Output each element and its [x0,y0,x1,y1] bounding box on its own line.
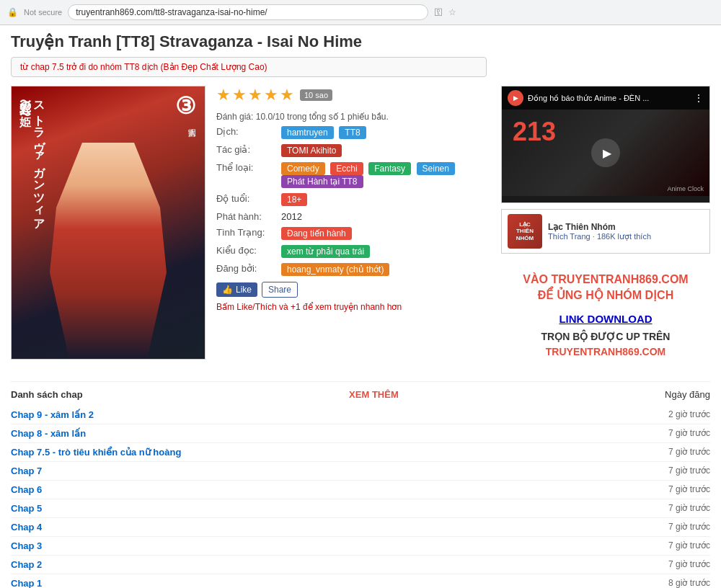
fb-hint: Bấm Like/Thích và +1 để xem truyện nhanh… [216,302,490,312]
kieudoc-label: Kiểu đọc: [216,245,281,256]
lock-icon: 🔒 [7,7,18,17]
dotuoi-row: Độ tuổi: 18+ [216,193,490,206]
promo-line2: TRỌN BỘ ĐƯỢC UP TRÊN TRUYENTRANH869.COM [508,329,703,360]
phathanh-value: 2012 [281,211,302,222]
phathanh-label: Phát hành: [216,211,281,222]
chapter-header: Danh sách chap XEM THÊM Ngày đăng [11,389,710,400]
chapter-date: 7 giờ trước [668,466,710,476]
tinhtrang-row: Tình Trạng: Đang tiến hành [216,227,490,240]
chapter-item: Chap 1 8 giờ trước [11,574,710,588]
promo-site: TRUYENTRANH869.COM [546,346,665,357]
promo-download-link[interactable]: LINK DOWNLOAD [508,313,703,325]
chapter-link[interactable]: Chap 7 [11,466,42,476]
left-panel: ストラヴァガンツィア〜異彩の姫〜 富明人 [11,86,205,367]
promo-box: VÀO TRUYENTRANH869.COMĐỂ ỦNG HỘ NHÓM DỊC… [501,264,710,367]
video-options-icon[interactable]: ⋮ [694,92,704,104]
theloai-label: Thể loại: [216,162,281,173]
phathanh-row: Phát hành: 2012 [216,211,490,222]
notice-text: từ chap 7.5 trở đi do nhóm TT8 dịch (Bản… [20,62,267,72]
tag-hamtruyen[interactable]: hamtruyen [281,126,334,139]
fb-page-like-count: 186K lượt thích [597,232,651,241]
tinhtrang-value: Đang tiến hành [281,227,355,240]
chapter-link[interactable]: Chap 2 [11,559,42,570]
dich-row: Dịch: hamtruyen TT8 [216,126,490,139]
dich-values: hamtruyen TT8 [281,126,369,139]
play-button[interactable] [591,138,620,167]
fb-page-card[interactable]: LẠCTHIÊNNHÓM Lạc Thiên Nhóm Thích Trang … [501,209,710,254]
fb-like-button[interactable]: 👍 Like [216,282,257,297]
chapter-link[interactable]: Chap 7.5 - trò tiêu khiển của nữ hoàng [11,447,181,458]
dotuoi-value: 18+ [281,193,310,206]
star-icon[interactable]: ☆ [448,7,456,17]
tacgia-row: Tác giả: TOMI Akihito [216,144,490,157]
chapter-item: Chap 3 7 giờ trước [11,537,710,556]
chapter-date: 7 giờ trước [668,559,710,570]
video-watermark: Anime Clock [667,185,704,192]
xem-them-link[interactable]: XEM THÊM [349,389,399,400]
kieudoc-value: xem từ phải qua trái [281,245,373,258]
key-icon: ⚿ [434,7,443,17]
tag-status[interactable]: Đang tiến hành [281,227,352,240]
channel-name: Đồng hồ báo thức Anime - ĐÈN ... [528,94,649,103]
cover-title-jp: ストラヴァガンツィア〜異彩の姫〜 [19,94,46,224]
chapter-item: Chap 2 7 giờ trước [11,556,710,574]
tag-readmode[interactable]: xem từ phải qua trái [281,245,370,258]
fb-page-like-action[interactable]: Thích Trang [548,232,590,241]
chapter-date: 7 giờ trước [668,503,710,514]
not-secure-label: Not secure [24,8,62,17]
tag-phathanh-tt8[interactable]: Phát Hành tại TT8 [281,175,363,188]
video-header: ▶ Đồng hồ báo thức Anime - ĐÈN ... ⋮ [502,86,709,110]
rating-count: 10 sao [300,89,332,101]
chapter-link[interactable]: Chap 8 - xâm lấn [11,428,86,439]
channel-icon: ▶ [508,90,523,106]
chapter-link[interactable]: Chap 1 [11,578,42,588]
tinhtrang-label: Tình Trạng: [216,227,281,238]
cover-figure: ストラヴァガンツィア〜異彩の姫〜 富明人 [12,86,205,359]
tag-author[interactable]: TOMI Akihito [281,144,342,157]
chapter-link[interactable]: Chap 6 [11,484,42,495]
notice-box: từ chap 7.5 trở đi do nhóm TT8 dịch (Bản… [11,57,487,77]
fb-share-button[interactable]: Share [262,282,298,298]
fb-page-info: Lạc Thiên Nhóm Thích Trang · 186K lượt t… [548,222,704,241]
chapter-item: Chap 6 7 giờ trước [11,481,710,499]
chapter-item: Chap 5 7 giờ trước [11,499,710,518]
fb-page-likes: Thích Trang · 186K lượt thích [548,232,704,241]
fb-page-avatar: LẠCTHIÊNNHÓM [508,214,542,249]
chapter-link[interactable]: Chap 4 [11,522,42,533]
fb-like-label: Like [236,285,252,295]
fb-page-name: Lạc Thiên Nhóm [548,222,704,232]
video-thumbnail[interactable]: ▶ Đồng hồ báo thức Anime - ĐÈN ... ⋮ 213… [501,86,710,203]
chapter-link[interactable]: Chap 9 - xâm lấn 2 [11,409,94,420]
chapter-section: Danh sách chap XEM THÊM Ngày đăng Chap 9… [11,381,710,588]
theloai-row: Thể loại: Comedy Ecchi Fantasy Seinen Ph… [216,162,490,188]
dangboi-row: Đăng bởi: hoang_vnmaty (chủ thớt) [216,263,490,276]
video-body[interactable]: 213 Anime Clock [502,110,709,196]
tag-tt8[interactable]: TT8 [339,126,366,139]
fb-share-label: Share [268,285,291,295]
chapter-list: Chap 9 - xâm lấn 2 2 giờ trước Chap 8 - … [11,406,710,588]
chapter-item: Chap 4 7 giờ trước [11,518,710,537]
chapter-item: Chap 7 7 giờ trước [11,462,710,481]
tag-fantasy[interactable]: Fantasy [368,162,411,175]
page-title: Truyện Tranh [TT8] Stravaganza - Isai No… [11,32,710,51]
rating-text: Đánh giá: 10.0/10 trong tổng số 1 phiếu … [216,112,490,122]
chapter-link[interactable]: Chap 5 [11,503,42,514]
tag-comedy[interactable]: Comedy [281,162,325,175]
chapter-date: 8 giờ trước [668,578,710,588]
sidebar-right: ▶ Đồng hồ báo thức Anime - ĐÈN ... ⋮ 213… [501,86,710,367]
tag-seinen[interactable]: Seinen [417,162,455,175]
chapter-item: Chap 8 - xâm lấn 7 giờ trước [11,424,710,443]
tag-poster[interactable]: hoang_vnmaty (chủ thớt) [281,263,389,276]
chapter-date-header: Ngày đăng [665,389,710,400]
chapter-link[interactable]: Chap 3 [11,540,42,551]
chapter-date: 7 giờ trước [668,522,710,533]
url-bar[interactable]: truyentranh869.com/tt8-stravaganza-isai-… [68,4,428,20]
theloai-values: Comedy Ecchi Fantasy Seinen Phát Hành tạ… [281,162,490,188]
chapter-item: Chap 7.5 - trò tiêu khiển của nữ hoàng 7… [11,443,710,462]
tag-age[interactable]: 18+ [281,193,307,206]
browser-bar: 🔒 Not secure truyentranh869.com/tt8-stra… [0,0,721,25]
dotuoi-label: Độ tuổi: [216,193,281,204]
tag-ecchi[interactable]: Ecchi [330,162,363,175]
stars-row: ★★★★★ 10 sao [216,86,490,104]
video-clock: 213 [513,117,556,147]
